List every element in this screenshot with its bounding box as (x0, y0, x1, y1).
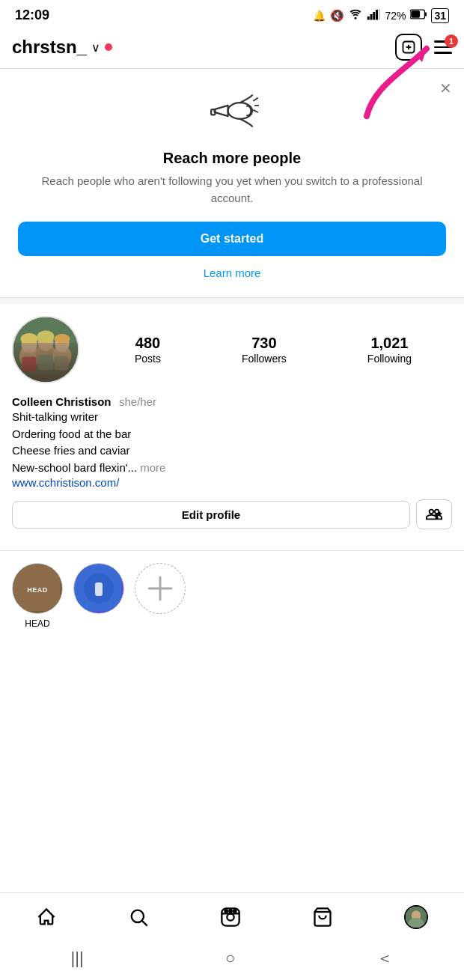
svg-rect-3 (373, 12, 376, 20)
nav-search-button[interactable] (120, 902, 156, 932)
status-icons: 🔔 🔇 72% (313, 8, 449, 23)
svg-text:HEAD: HEAD (27, 586, 48, 594)
chevron-down-icon[interactable]: ∨ (91, 40, 100, 55)
nav-icons-row (0, 893, 464, 938)
svg-rect-21 (22, 357, 36, 371)
svg-point-19 (19, 345, 40, 368)
svg-point-47 (233, 910, 236, 913)
svg-rect-2 (370, 14, 373, 20)
nav-home-button[interactable] (28, 902, 64, 932)
posts-stat[interactable]: 480 Posts (135, 335, 161, 365)
highlight-label-1: HEAD (25, 618, 49, 629)
highlight-item-2[interactable] (73, 563, 124, 629)
nav-shop-button[interactable] (305, 902, 341, 932)
mute-icon: 🔇 (330, 9, 344, 22)
header-right: 1 (395, 34, 452, 61)
followers-stat[interactable]: 730 Followers (242, 335, 287, 365)
highlight-circle-3 (135, 563, 186, 614)
following-label: Following (367, 353, 412, 365)
svg-point-13 (228, 103, 252, 119)
svg-rect-7 (412, 10, 421, 17)
highlights-row: HEAD HEAD (0, 551, 464, 629)
alarm-icon: 🔔 (313, 10, 326, 22)
menu-line-3 (434, 52, 452, 54)
add-person-button[interactable] (416, 499, 452, 529)
svg-point-29 (37, 330, 55, 343)
svg-rect-37 (95, 582, 103, 596)
svg-rect-8 (425, 12, 427, 16)
posts-label: Posts (135, 353, 161, 365)
wifi-icon (349, 8, 362, 22)
menu-button[interactable]: 1 (434, 40, 452, 54)
svg-rect-18 (13, 317, 78, 382)
bio-full-name: Colleen Christison (12, 395, 112, 408)
highlight-circle-2 (73, 563, 124, 614)
svg-rect-27 (54, 356, 68, 371)
calendar-icon: 31 (431, 8, 449, 23)
battery-text: 72% (385, 10, 406, 22)
close-promo-button[interactable]: ✕ (439, 79, 452, 97)
header: chrstsn_ ∨ 1 (0, 28, 464, 68)
section-separator (0, 298, 464, 304)
svg-point-22 (36, 342, 56, 366)
android-back-button[interactable]: ＜ (361, 944, 408, 973)
svg-point-46 (229, 910, 232, 913)
bio-pronouns: she/her (119, 395, 156, 408)
bio-website[interactable]: www.cchristison.com/ (12, 476, 452, 489)
highlight-circle-1: HEAD (12, 563, 63, 614)
bio-section: Colleen Christison she/her Shit-talking … (12, 395, 452, 489)
highlight-item-1[interactable]: HEAD HEAD (12, 563, 63, 629)
svg-line-41 (142, 921, 147, 925)
promo-description: Reach people who aren't following you ye… (18, 173, 446, 207)
nav-reels-button[interactable] (213, 902, 248, 932)
bio-line-1: Shit-talking writer (12, 409, 452, 426)
promo-title: Reach more people (18, 150, 446, 167)
avatar-image (13, 317, 78, 382)
svg-point-0 (355, 17, 357, 19)
svg-rect-5 (379, 9, 380, 20)
following-stat[interactable]: 1,021 Following (367, 335, 412, 365)
svg-point-43 (227, 913, 233, 920)
android-nav: ||| ○ ＜ (0, 938, 464, 980)
edit-profile-button[interactable]: Edit profile (12, 501, 410, 529)
svg-rect-1 (367, 16, 370, 20)
promo-megaphone-icon (18, 84, 446, 141)
avatar[interactable] (12, 316, 79, 383)
following-count: 1,021 (367, 335, 412, 352)
highlight-item-3[interactable] (135, 563, 186, 629)
android-home-button[interactable]: ○ (210, 946, 250, 971)
add-post-button[interactable] (395, 34, 422, 61)
notification-badge: 1 (445, 34, 458, 48)
followers-count: 730 (242, 335, 287, 352)
svg-point-30 (54, 334, 70, 344)
svg-line-15 (254, 98, 257, 101)
nav-avatar-image (406, 907, 427, 928)
username-label[interactable]: chrstsn_ (12, 37, 87, 58)
signal-icon (367, 8, 380, 22)
svg-rect-24 (37, 355, 53, 371)
stats-row: 480 Posts 730 Followers 1,021 Following (94, 335, 452, 365)
followers-label: Followers (242, 353, 287, 365)
posts-count: 480 (135, 335, 161, 352)
get-started-button[interactable]: Get started (18, 222, 446, 256)
bio-line-4: New-school bard flexin'... more (12, 460, 452, 477)
svg-rect-4 (376, 10, 378, 20)
bio-line-2: Ordering food at the bar (12, 426, 452, 443)
status-time: 12:09 (15, 7, 49, 23)
bio-more[interactable]: more (140, 461, 165, 474)
svg-rect-14 (211, 109, 215, 115)
bottom-nav: ||| ○ ＜ (0, 892, 464, 980)
profile-section: 480 Posts 730 Followers 1,021 Following … (0, 304, 464, 550)
svg-point-25 (53, 345, 72, 367)
action-buttons: Edit profile (12, 499, 452, 529)
android-recents-button[interactable]: ||| (56, 946, 99, 971)
nav-profile-button[interactable] (397, 901, 436, 934)
status-bar: 12:09 🔔 🔇 72% (0, 0, 464, 28)
svg-point-28 (21, 333, 38, 344)
learn-more-button[interactable]: Learn more (18, 267, 446, 279)
svg-point-45 (225, 910, 228, 913)
svg-point-40 (131, 910, 143, 922)
bio-line-4-text: New-school bard flexin'... (12, 461, 137, 474)
battery-icon (410, 9, 427, 22)
svg-line-17 (254, 110, 257, 112)
